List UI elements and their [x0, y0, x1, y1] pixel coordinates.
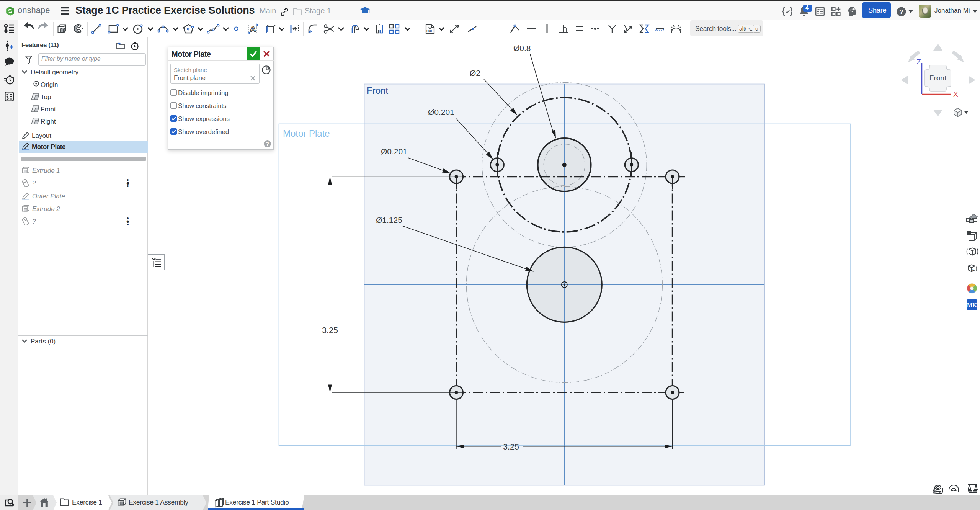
svg-text:Ø1.125: Ø1.125 — [376, 216, 402, 224]
svg-text:?: ? — [266, 141, 269, 147]
svg-text:Ø0.201: Ø0.201 — [428, 108, 454, 116]
svg-text:Ø0.8: Ø0.8 — [513, 44, 531, 52]
svg-text:X: X — [953, 90, 958, 98]
svg-text:Ø0.201: Ø0.201 — [381, 147, 407, 156]
svg-text:x: x — [971, 267, 973, 272]
svg-text:Front: Front — [367, 85, 388, 96]
svg-text:3.25: 3.25 — [322, 326, 338, 335]
svg-text:Front: Front — [929, 74, 947, 82]
svg-text:Motor Plate: Motor Plate — [283, 128, 330, 139]
svg-text:3.25: 3.25 — [503, 442, 519, 451]
svg-text:MK: MK — [967, 302, 977, 308]
svg-text:Z: Z — [916, 58, 921, 66]
svg-text:Ø2: Ø2 — [470, 69, 480, 77]
